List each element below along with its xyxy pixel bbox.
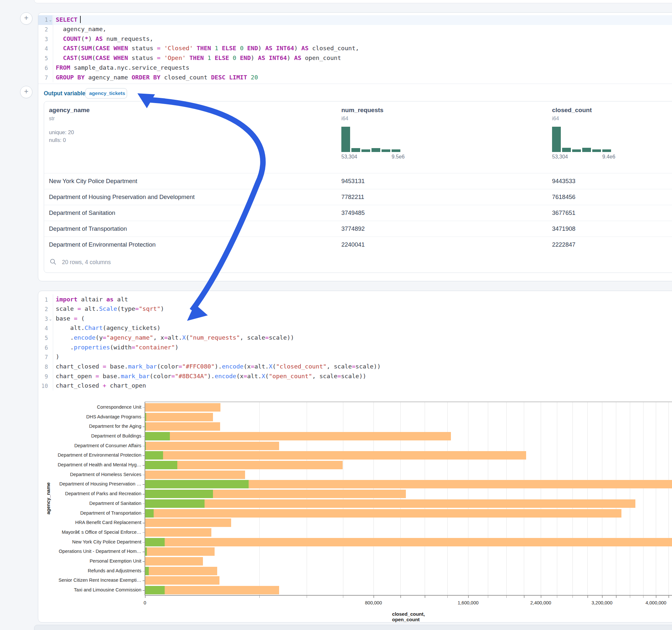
- chart-bar-open_count: [145, 509, 154, 517]
- gridline: [602, 402, 602, 595]
- table-row[interactable]: New York City Police Department945313194…: [44, 173, 672, 189]
- code-line[interactable]: CAST(SUM(CASE WHEN status = 'Closed' THE…: [56, 45, 359, 51]
- code-line[interactable]: agency_name,: [56, 26, 106, 32]
- table-row[interactable]: Department of Environmental Protection22…: [44, 237, 672, 253]
- gridline: [587, 402, 588, 595]
- table-row[interactable]: Department of Transportation377489234719…: [44, 221, 672, 237]
- x-axis-label: 0: [144, 600, 146, 605]
- table-cell: 9453131: [341, 177, 365, 185]
- chart-bar-closed_count: [145, 432, 451, 440]
- y-axis-label: HRA Benefit Card Replacement: [49, 520, 141, 525]
- x-axis-tick: [616, 596, 617, 598]
- chart-bar-open_count: [145, 442, 146, 450]
- column-stat-nulls: nulls: 0: [49, 137, 66, 143]
- code-line[interactable]: ): [56, 353, 59, 360]
- output-variable-pill[interactable]: agency_tickets: [85, 88, 127, 98]
- y-axis-label: Department of Transportation: [49, 510, 141, 516]
- line-number: 9: [37, 373, 48, 380]
- code-line[interactable]: .encode(y="agency_name", x=alt.X("num_re…: [56, 334, 294, 341]
- add-cell-button[interactable]: +: [20, 86, 32, 98]
- gridline: [425, 402, 425, 595]
- chart-bar-closed_count: [145, 576, 219, 585]
- gridline: [630, 402, 630, 595]
- y-axis-label: Operations Unit - Department of Hom…: [49, 549, 141, 554]
- table-row[interactable]: Department of Sanitation37494853677651: [44, 205, 672, 221]
- code-line[interactable]: alt.Chart(agency_tickets): [56, 324, 161, 331]
- gridline: [468, 402, 469, 595]
- chart-bar-open_count: [145, 432, 170, 440]
- next-cell-collapsed[interactable]: [34, 625, 672, 630]
- code-line[interactable]: COUNT(*) AS num_requests,: [56, 35, 153, 42]
- column-header-agency-name[interactable]: agency_name: [49, 106, 90, 114]
- gridline: [259, 402, 260, 595]
- search-icon[interactable]: [50, 258, 57, 265]
- line-number: 1: [37, 17, 48, 23]
- y-axis-label: Department of Health and Mental Hyg…: [49, 462, 141, 467]
- y-axis-tick: [143, 580, 145, 581]
- code-line[interactable]: chart_closed = base.mark_bar(color="#FFC…: [56, 363, 381, 370]
- column-type: i64: [341, 116, 348, 122]
- y-axis-label: Department of Sanitation: [49, 501, 141, 506]
- y-axis-label: Department of Consumer Affairs: [49, 443, 141, 448]
- code-line[interactable]: GROUP BY agency_name ORDER BY closed_cou…: [56, 74, 258, 81]
- y-axis-label: Department of Parks and Recreation: [49, 491, 141, 496]
- line-number: 5: [37, 335, 48, 341]
- column-header-num-requests[interactable]: num_requests: [341, 106, 383, 114]
- chart-bar-open_count: [145, 422, 146, 431]
- y-axis-tick: [143, 513, 145, 514]
- text-cursor: [80, 16, 81, 23]
- y-axis-tick: [143, 436, 145, 437]
- gridline: [573, 402, 573, 595]
- line-number: 3: [37, 316, 48, 322]
- x-axis-tick: [488, 596, 488, 598]
- x-axis-tick: [573, 596, 573, 598]
- table-cell: 3749485: [341, 209, 365, 217]
- code-line[interactable]: import altair as alt: [56, 296, 128, 303]
- y-axis-tick: [143, 465, 145, 466]
- gutter-separator: [53, 15, 53, 82]
- chart-bar-closed_count: [145, 586, 279, 595]
- code-line[interactable]: scale = alt.Scale(type="sqrt"): [56, 305, 164, 312]
- chart-bar-open_count: [145, 461, 177, 469]
- x-axis-label: 4,000,000: [645, 600, 667, 605]
- line-number: 2: [37, 306, 48, 312]
- gridline: [506, 402, 507, 595]
- fold-chevron-icon[interactable]: ⌄: [49, 317, 52, 321]
- y-axis-tick: [143, 552, 145, 552]
- code-line[interactable]: chart_closed + chart_open: [56, 382, 146, 389]
- y-axis-label: Department of Buildings: [49, 433, 141, 438]
- table-cell: 9443533: [552, 177, 575, 185]
- table-cell: Department of Sanitation: [49, 209, 115, 217]
- table-cell: 3677651: [552, 209, 575, 217]
- chart-bar-open_count: [145, 500, 205, 508]
- y-axis-tick: [143, 475, 145, 476]
- chart-bar-closed_count: [145, 538, 672, 547]
- y-axis-tick: [143, 407, 145, 408]
- x-axis-tick: [468, 596, 469, 598]
- add-cell-button[interactable]: +: [20, 12, 32, 25]
- x-axis-tick: [557, 596, 557, 598]
- plot-area: [145, 402, 672, 595]
- fold-chevron-icon[interactable]: ⌄: [49, 18, 52, 22]
- column-header-closed-count[interactable]: closed_count: [552, 106, 592, 114]
- code-line[interactable]: base = (: [56, 315, 85, 322]
- active-line-highlight: [53, 15, 672, 25]
- code-line[interactable]: chart_open = base.mark_bar(color="#8BC34…: [56, 373, 366, 380]
- code-line[interactable]: CAST(SUM(CASE WHEN status = 'Open' THEN …: [56, 54, 341, 61]
- x-axis-tick: [541, 596, 542, 598]
- x-axis-tick: [374, 596, 374, 598]
- code-line[interactable]: SELECT: [56, 16, 81, 23]
- histogram-bar: [592, 149, 601, 152]
- line-number: 5: [37, 55, 48, 62]
- histogram-min-label: 53,304: [552, 154, 568, 160]
- y-axis-label: Correspondence Unit: [49, 405, 141, 410]
- table-row-count: 20 rows, 4 columns: [62, 259, 111, 266]
- histogram-max-label: 9.4e6: [602, 154, 615, 160]
- code-line[interactable]: FROM sample_data.nyc.service_requests: [56, 64, 189, 71]
- table-row[interactable]: Department of Housing Preservation and D…: [44, 189, 672, 205]
- table-cell: 7782211: [341, 193, 364, 201]
- gridline: [488, 402, 488, 595]
- gutter-separator: [53, 294, 53, 390]
- column-type: str: [49, 116, 55, 122]
- code-line[interactable]: .properties(width="container"): [56, 344, 178, 350]
